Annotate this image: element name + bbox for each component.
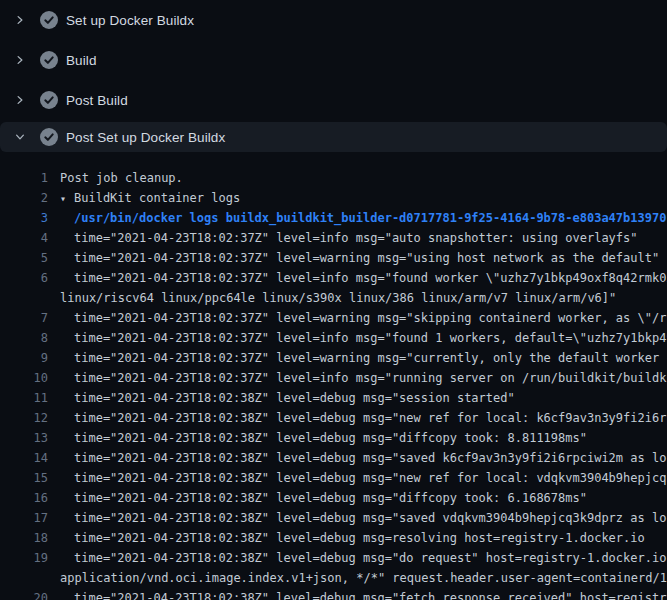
check-circle-icon <box>40 128 58 146</box>
line-number[interactable]: 8 <box>0 328 48 348</box>
group-toggle-icon[interactable]: ▾ <box>60 189 74 209</box>
log-text: time="2021-04-23T18:02:38Z" level=debug … <box>74 488 587 508</box>
log-group-row: 2▾BuildKit container logs <box>0 188 667 208</box>
check-circle-icon <box>40 11 58 29</box>
chevron-right-icon <box>14 14 26 26</box>
log-line: application/vnd.oci.image.index.v1+json,… <box>0 568 667 588</box>
log-line: 16time="2021-04-23T18:02:38Z" level=debu… <box>0 488 667 508</box>
step-row-post-build[interactable]: Post Build <box>0 80 667 120</box>
log-line: 18time="2021-04-23T18:02:38Z" level=debu… <box>0 528 667 548</box>
log-text: application/vnd.oci.image.index.v1+json,… <box>60 568 667 588</box>
line-number[interactable]: 20 <box>0 588 48 600</box>
log-lines: 1Post job cleanup.2▾BuildKit container l… <box>0 152 667 600</box>
step-row-build[interactable]: Build <box>0 40 667 80</box>
log-text: time="2021-04-23T18:02:38Z" level=debug … <box>74 448 667 468</box>
log-text: time="2021-04-23T18:02:37Z" level=warnin… <box>74 248 659 268</box>
log-text: time="2021-04-23T18:02:37Z" level=info m… <box>74 268 667 288</box>
line-number[interactable]: 16 <box>0 488 48 508</box>
log-line: 1Post job cleanup. <box>0 168 667 188</box>
log-text: time="2021-04-23T18:02:37Z" level=info m… <box>74 368 667 388</box>
line-number[interactable]: 4 <box>0 228 48 248</box>
log-line: 14time="2021-04-23T18:02:38Z" level=debu… <box>0 448 667 468</box>
line-number[interactable]: 13 <box>0 428 48 448</box>
line-number[interactable]: 18 <box>0 528 48 548</box>
log-text: time="2021-04-23T18:02:37Z" level=warnin… <box>74 308 667 328</box>
log-text: linux/riscv64 linux/ppc64le linux/s390x … <box>60 288 616 308</box>
log-text: time="2021-04-23T18:02:38Z" level=debug … <box>74 408 667 428</box>
chevron-right-icon <box>14 94 26 106</box>
step-row-set-up-docker-buildx[interactable]: Set up Docker Buildx <box>0 0 667 40</box>
log-line: 13time="2021-04-23T18:02:38Z" level=debu… <box>0 428 667 448</box>
log-line: 7time="2021-04-23T18:02:37Z" level=warni… <box>0 308 667 328</box>
step-title: Post Set up Docker Buildx <box>66 130 225 145</box>
check-circle-icon <box>40 91 58 109</box>
line-number <box>0 568 48 588</box>
log-text: /usr/bin/docker logs buildx_buildkit_bui… <box>74 208 666 228</box>
line-number[interactable]: 3 <box>0 208 48 228</box>
log-text: time="2021-04-23T18:02:38Z" level=debug … <box>74 428 587 448</box>
line-number[interactable]: 11 <box>0 388 48 408</box>
log-line: 20time="2021-04-23T18:02:38Z" level=debu… <box>0 588 667 600</box>
log-line: 4time="2021-04-23T18:02:37Z" level=info … <box>0 228 667 248</box>
log-line: 15time="2021-04-23T18:02:38Z" level=debu… <box>0 468 667 488</box>
line-number[interactable]: 2 <box>0 188 48 208</box>
check-circle-icon <box>40 51 58 69</box>
group-title: BuildKit container logs <box>74 191 240 205</box>
log-line: 6time="2021-04-23T18:02:37Z" level=info … <box>0 268 667 288</box>
log-text: time="2021-04-23T18:02:38Z" level=debug … <box>74 468 667 488</box>
chevron-right-icon <box>14 54 26 66</box>
step-title: Build <box>66 53 97 68</box>
log-text: time="2021-04-23T18:02:38Z" level=debug … <box>74 588 667 600</box>
step-row-post-set-up-docker-buildx[interactable]: Post Set up Docker Buildx <box>0 122 667 152</box>
log-line: 17time="2021-04-23T18:02:38Z" level=debu… <box>0 508 667 528</box>
log-line: 5time="2021-04-23T18:02:37Z" level=warni… <box>0 248 667 268</box>
line-number[interactable]: 17 <box>0 508 48 528</box>
log-line: 3/usr/bin/docker logs buildx_buildkit_bu… <box>0 208 667 228</box>
log-line: linux/riscv64 linux/ppc64le linux/s390x … <box>0 288 667 308</box>
chevron-down-icon <box>14 131 26 143</box>
line-number[interactable]: 12 <box>0 408 48 428</box>
line-number[interactable]: 7 <box>0 308 48 328</box>
log-text: time="2021-04-23T18:02:37Z" level=info m… <box>74 228 638 248</box>
line-number[interactable]: 6 <box>0 268 48 288</box>
step-title: Post Build <box>66 93 128 108</box>
step-title: Set up Docker Buildx <box>66 13 194 28</box>
job-steps-list: Set up Docker Buildx Build Post Build Po… <box>0 0 667 152</box>
log-text: time="2021-04-23T18:02:38Z" level=debug … <box>74 548 667 568</box>
log-line: 9time="2021-04-23T18:02:37Z" level=warni… <box>0 348 667 368</box>
line-number[interactable]: 14 <box>0 448 48 468</box>
log-text: time="2021-04-23T18:02:38Z" level=debug … <box>74 388 515 408</box>
log-line: 8time="2021-04-23T18:02:37Z" level=info … <box>0 328 667 348</box>
log-line: 10time="2021-04-23T18:02:37Z" level=info… <box>0 368 667 388</box>
log-text: time="2021-04-23T18:02:38Z" level=debug … <box>74 528 645 548</box>
line-number[interactable]: 19 <box>0 548 48 568</box>
line-number[interactable]: 5 <box>0 248 48 268</box>
log-line: 19time="2021-04-23T18:02:38Z" level=debu… <box>0 548 667 568</box>
log-text: ▾BuildKit container logs <box>60 188 240 208</box>
log-line: 12time="2021-04-23T18:02:38Z" level=debu… <box>0 408 667 428</box>
line-number[interactable]: 15 <box>0 468 48 488</box>
line-number <box>0 288 48 308</box>
log-text: time="2021-04-23T18:02:38Z" level=debug … <box>74 508 667 528</box>
line-number[interactable]: 9 <box>0 348 48 368</box>
line-number[interactable]: 1 <box>0 168 48 188</box>
log-text: time="2021-04-23T18:02:37Z" level=info m… <box>74 328 667 348</box>
line-number[interactable]: 10 <box>0 368 48 388</box>
log-text: time="2021-04-23T18:02:37Z" level=warnin… <box>74 348 667 368</box>
log-text: Post job cleanup. <box>60 168 183 188</box>
log-line: 11time="2021-04-23T18:02:38Z" level=debu… <box>0 388 667 408</box>
